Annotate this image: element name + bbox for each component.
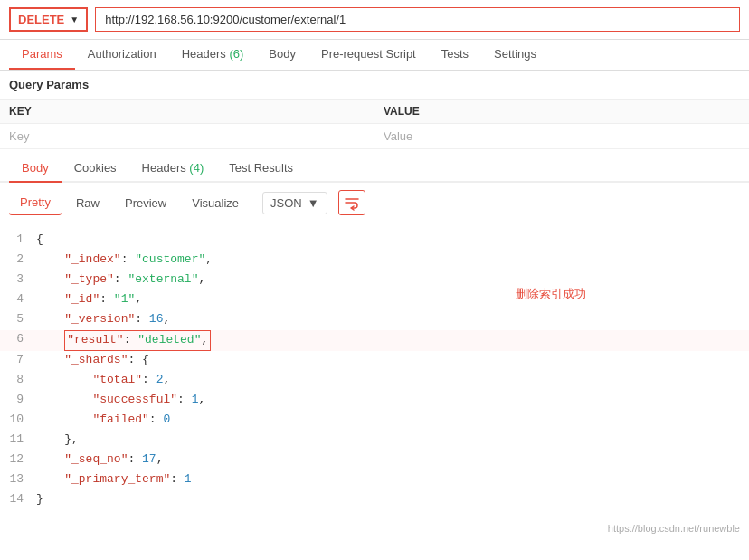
- tab-response-test-results[interactable]: Test Results: [216, 155, 306, 183]
- json-content: 1 { 2 "_index": "customer", 3 "_type": "…: [0, 223, 749, 517]
- json-line: 7 "_shards": {: [0, 351, 749, 371]
- value-cell: Value: [374, 124, 749, 149]
- format-dropdown[interactable]: JSON ▼: [262, 192, 327, 214]
- top-bar: DELETE ▼: [0, 0, 749, 40]
- view-visualize[interactable]: Visualize: [181, 192, 250, 214]
- key-cell: Key: [0, 124, 374, 149]
- json-line: 5 "_version": 16,: [0, 310, 749, 330]
- json-line-result: 6 "result": "deleted",: [0, 330, 749, 351]
- tab-params[interactable]: Params: [9, 40, 75, 70]
- view-pretty[interactable]: Pretty: [9, 191, 62, 215]
- col-value-header: VALUE: [374, 100, 749, 124]
- table-row: Key Value: [0, 124, 749, 149]
- method-dropdown[interactable]: DELETE ▼: [9, 7, 88, 32]
- annotation-text: 删除索引成功: [516, 285, 586, 304]
- json-line: 8 "total": 2,: [0, 371, 749, 391]
- tab-tests[interactable]: Tests: [429, 40, 481, 70]
- view-preview[interactable]: Preview: [114, 192, 177, 214]
- json-line: 10 "failed": 0: [0, 411, 749, 431]
- tab-prerequest[interactable]: Pre-request Script: [308, 40, 429, 70]
- col-key-header: KEY: [0, 100, 374, 124]
- watermark: https://blog.csdn.net/runewble: [0, 517, 749, 539]
- format-label: JSON: [270, 196, 302, 210]
- json-line: 12 "_seq_no": 17,: [0, 451, 749, 470]
- chevron-down-icon: ▼: [70, 14, 79, 24]
- json-line: 14 }: [0, 490, 749, 510]
- json-line: 2 "_index": "customer",: [0, 251, 749, 271]
- url-input[interactable]: [95, 7, 740, 32]
- response-tabs: Body Cookies Headers (4) Test Results: [0, 153, 749, 183]
- json-line: 9 "successful": 1,: [0, 391, 749, 411]
- view-raw[interactable]: Raw: [65, 192, 110, 214]
- json-line: 4 "_id": "1",: [0, 290, 749, 310]
- json-line: 3 "_type": "external",: [0, 271, 749, 290]
- tab-response-cookies[interactable]: Cookies: [62, 155, 129, 183]
- params-table: KEY VALUE Key Value: [0, 99, 749, 149]
- json-line: 11 },: [0, 431, 749, 451]
- request-tabs: Params Authorization Headers (6) Body Pr…: [0, 40, 749, 71]
- tab-authorization[interactable]: Authorization: [75, 40, 169, 70]
- json-line: 1 {: [0, 231, 749, 251]
- query-params-title: Query Params: [0, 71, 749, 99]
- tab-response-body[interactable]: Body: [9, 155, 62, 183]
- wrap-button[interactable]: [338, 190, 365, 215]
- method-label: DELETE: [18, 13, 64, 26]
- tab-response-headers[interactable]: Headers (4): [129, 155, 217, 183]
- view-controls: Pretty Raw Preview Visualize JSON ▼: [0, 183, 749, 223]
- tab-settings[interactable]: Settings: [481, 40, 549, 70]
- json-line: 13 "_primary_term": 1: [0, 470, 749, 490]
- tab-headers[interactable]: Headers (6): [169, 40, 257, 70]
- chevron-down-icon: ▼: [308, 196, 319, 210]
- tab-body[interactable]: Body: [256, 40, 308, 70]
